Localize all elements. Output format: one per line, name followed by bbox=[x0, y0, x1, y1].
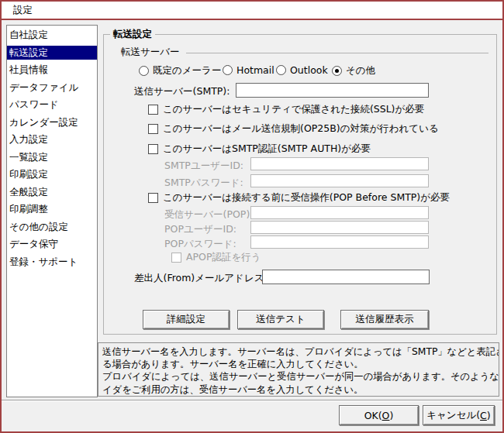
checkbox-apop-label: APOP認証を行う bbox=[186, 251, 261, 264]
radio-icon bbox=[223, 65, 233, 75]
checkbox-apop: APOP認証を行う bbox=[171, 251, 261, 264]
sidebar-item-print-settings[interactable]: 印刷設定 bbox=[7, 167, 97, 181]
send-history-button[interactable]: 送信履歴表示 bbox=[340, 310, 429, 329]
cancel-button-mnemonic: C bbox=[480, 410, 487, 421]
sidebar-item-print-adjustment[interactable]: 印刷調整 bbox=[7, 202, 97, 216]
radio-hotmail[interactable]: Hotmail bbox=[223, 64, 274, 76]
help-line: プロバイダによっては、送信サーバーと受信サーバーが同一の場合があります。そのよう… bbox=[102, 370, 495, 383]
help-text-box: 送信サーバー名を入力します。サーバー名は、プロバイダによっては「SMTP」などと… bbox=[98, 342, 499, 397]
smtp-user-id-input bbox=[250, 157, 429, 170]
sidebar-item-list-settings[interactable]: 一覧設定 bbox=[7, 150, 97, 164]
pop-user-id-input bbox=[250, 221, 429, 234]
sidebar-item-data-maintenance[interactable]: データ保守 bbox=[7, 237, 97, 251]
settings-category-list: 自社設定 転送設定 社員情報 データファイル パスワード カレンダー設定 入力設… bbox=[6, 25, 98, 397]
smtp-server-input[interactable] bbox=[236, 83, 429, 98]
checkbox-icon bbox=[148, 193, 158, 203]
smtp-user-id-label: SMTPユーザーID: bbox=[164, 160, 243, 173]
checkbox-smtp-auth[interactable]: このサーバーはSMTP認証(SMTP AUTH)が必要 bbox=[148, 143, 371, 156]
sidebar-item-general-settings[interactable]: 全般設定 bbox=[7, 185, 97, 199]
smtp-password-input bbox=[250, 174, 429, 187]
sidebar-item-data-file[interactable]: データファイル bbox=[7, 81, 97, 95]
checkbox-icon bbox=[148, 124, 158, 134]
radio-outlook[interactable]: Outlook bbox=[276, 64, 328, 76]
checkbox-ssl-label: このサーバーはセキュリティで保護された接続(SSL)が必要 bbox=[163, 103, 424, 116]
help-line: る場合があります。サーバー名を正確に入力してください。 bbox=[102, 358, 495, 370]
radio-selected-icon bbox=[332, 66, 342, 76]
cancel-button-text: ) bbox=[487, 410, 491, 421]
forward-server-label: 転送サーバー bbox=[121, 46, 180, 59]
radio-hotmail-label: Hotmail bbox=[236, 64, 274, 76]
dialog-content: 自社設定 転送設定 社員情報 データファイル パスワード カレンダー設定 入力設… bbox=[2, 20, 502, 430]
help-line: 送信サーバー名を入力します。サーバー名は、プロバイダによっては「SMTP」などと… bbox=[102, 345, 495, 358]
sidebar-item-password[interactable]: パスワード bbox=[7, 98, 97, 112]
radio-default-mailer-label: 既定のメーラー bbox=[153, 64, 221, 77]
pop-server-label: 受信サーバー(POP): bbox=[164, 208, 253, 222]
forward-settings-group-title: 転送設定 bbox=[110, 28, 155, 41]
sidebar-item-calendar-settings[interactable]: カレンダー設定 bbox=[7, 115, 97, 129]
title-bar: 設定 bbox=[2, 2, 502, 20]
pop-password-input bbox=[250, 235, 429, 249]
radio-default-mailer[interactable]: 既定のメーラー bbox=[139, 64, 221, 77]
radio-other[interactable]: その他 bbox=[332, 64, 375, 77]
checkbox-pop-before-smtp-label: このサーバーは接続する前に受信操作(POP Before SMTP)が必要 bbox=[163, 191, 450, 204]
sidebar-item-forward-settings[interactable]: 転送設定 bbox=[7, 46, 97, 60]
checkbox-op25b-label: このサーバーはメール送信規制(OP25B)の対策が行われている bbox=[163, 122, 439, 136]
ok-button-text: ) bbox=[389, 410, 393, 421]
ok-button-mnemonic: O bbox=[382, 410, 390, 421]
sidebar-item-company-settings[interactable]: 自社設定 bbox=[7, 28, 97, 42]
detail-settings-button[interactable]: 詳細設定 bbox=[143, 310, 230, 329]
radio-icon bbox=[139, 66, 149, 76]
pop-password-label: POPパスワード: bbox=[164, 238, 236, 251]
smtp-server-label: 送信サーバー(SMTP): bbox=[134, 85, 230, 98]
checkbox-pop-before-smtp[interactable]: このサーバーは接続する前に受信操作(POP Before SMTP)が必要 bbox=[148, 191, 450, 204]
checkbox-icon bbox=[148, 144, 158, 154]
sidebar-item-employee-info[interactable]: 社員情報 bbox=[7, 63, 97, 77]
radio-outlook-label: Outlook bbox=[290, 64, 328, 76]
help-line: イダをご利用の方は、受信サーバー名を入力してください。 bbox=[102, 383, 495, 396]
sidebar-item-input-settings[interactable]: 入力設定 bbox=[7, 132, 97, 146]
checkbox-icon bbox=[171, 253, 181, 263]
from-address-label: 差出人(From)メールアドレス: bbox=[134, 272, 268, 285]
ok-button[interactable]: OK(O) bbox=[339, 405, 419, 425]
radio-other-label: その他 bbox=[346, 64, 375, 77]
sidebar-item-registration-support[interactable]: 登録・サポート bbox=[7, 255, 97, 269]
smtp-password-label: SMTPパスワード: bbox=[164, 177, 243, 190]
from-address-input[interactable] bbox=[262, 270, 430, 284]
checkbox-ssl-required[interactable]: このサーバーはセキュリティで保護された接続(SSL)が必要 bbox=[148, 103, 424, 116]
forward-settings-group: 転送設定 転送サーバー 既定のメーラー Hotmail Outlook その他 bbox=[103, 34, 497, 335]
checkbox-icon bbox=[148, 105, 158, 115]
window-title: 設定 bbox=[13, 4, 33, 17]
checkbox-op25b[interactable]: このサーバーはメール送信規制(OP25B)の対策が行われている bbox=[148, 122, 439, 136]
pop-server-input bbox=[250, 206, 429, 219]
cancel-button-text: キャンセル( bbox=[426, 409, 480, 422]
settings-window: 設定 自社設定 転送設定 社員情報 データファイル パスワード カレンダー設定 … bbox=[0, 0, 504, 433]
footer-divider bbox=[2, 400, 502, 401]
ok-button-text: OK( bbox=[364, 410, 382, 421]
forward-server-section: 転送サーバー bbox=[121, 46, 488, 59]
cancel-button[interactable]: キャンセル(C) bbox=[423, 405, 495, 425]
pop-user-id-label: POPユーザーID: bbox=[164, 223, 236, 236]
radio-icon bbox=[276, 65, 286, 75]
send-test-button[interactable]: 送信テスト bbox=[237, 310, 324, 329]
checkbox-smtp-auth-label: このサーバーはSMTP認証(SMTP AUTH)が必要 bbox=[163, 143, 371, 156]
sidebar-item-other-settings[interactable]: その他の設定 bbox=[7, 220, 97, 234]
section-rule bbox=[186, 53, 488, 53]
